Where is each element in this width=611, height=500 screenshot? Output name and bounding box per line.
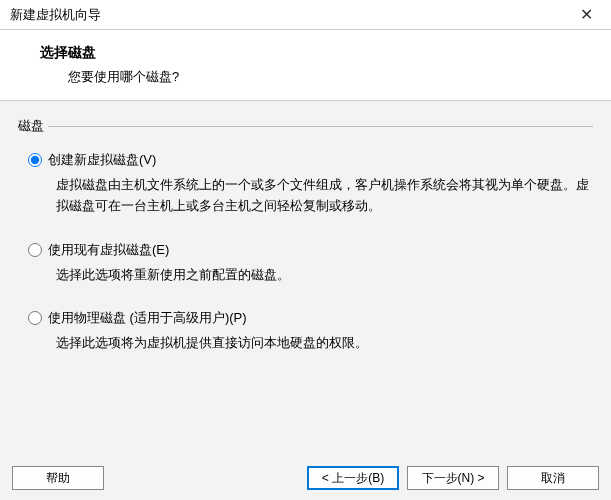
radio-existing[interactable]: [28, 243, 42, 257]
radio-label-create-new[interactable]: 创建新虚拟磁盘(V): [48, 151, 156, 169]
content-area: 磁盘 创建新虚拟磁盘(V) 虚拟磁盘由主机文件系统上的一个或多个文件组成，客户机…: [0, 101, 611, 471]
radio-physical[interactable]: [28, 311, 42, 325]
button-bar: 帮助 < 上一步(B) 下一步(N) > 取消: [0, 456, 611, 500]
disk-radio-group: 创建新虚拟磁盘(V) 虚拟磁盘由主机文件系统上的一个或多个文件组成，客户机操作系…: [18, 135, 593, 354]
radio-row[interactable]: 使用物理磁盘 (适用于高级用户)(P): [28, 309, 593, 327]
help-button[interactable]: 帮助: [12, 466, 104, 490]
window-title: 新建虚拟机向导: [10, 6, 101, 24]
page-title: 选择磁盘: [40, 44, 601, 62]
fieldset-divider: [18, 126, 593, 127]
radio-row[interactable]: 使用现有虚拟磁盘(E): [28, 241, 593, 259]
titlebar: 新建虚拟机向导 ✕: [0, 0, 611, 30]
radio-label-existing[interactable]: 使用现有虚拟磁盘(E): [48, 241, 169, 259]
wizard-header: 选择磁盘 您要使用哪个磁盘?: [0, 30, 611, 101]
radio-row[interactable]: 创建新虚拟磁盘(V): [28, 151, 593, 169]
radio-desc-physical: 选择此选项将为虚拟机提供直接访问本地硬盘的权限。: [28, 333, 593, 354]
cancel-button[interactable]: 取消: [507, 466, 599, 490]
page-subtitle: 您要使用哪个磁盘?: [40, 68, 601, 86]
fieldset-label: 磁盘: [18, 117, 48, 135]
radio-label-physical[interactable]: 使用物理磁盘 (适用于高级用户)(P): [48, 309, 247, 327]
next-button[interactable]: 下一步(N) >: [407, 466, 499, 490]
radio-option-physical: 使用物理磁盘 (适用于高级用户)(P) 选择此选项将为虚拟机提供直接访问本地硬盘…: [28, 309, 593, 354]
radio-create-new[interactable]: [28, 153, 42, 167]
close-icon[interactable]: ✕: [572, 3, 601, 26]
radio-desc-create-new: 虚拟磁盘由主机文件系统上的一个或多个文件组成，客户机操作系统会将其视为单个硬盘。…: [28, 175, 593, 217]
radio-option-create-new: 创建新虚拟磁盘(V) 虚拟磁盘由主机文件系统上的一个或多个文件组成，客户机操作系…: [28, 151, 593, 217]
radio-desc-existing: 选择此选项将重新使用之前配置的磁盘。: [28, 265, 593, 286]
radio-option-existing: 使用现有虚拟磁盘(E) 选择此选项将重新使用之前配置的磁盘。: [28, 241, 593, 286]
back-button[interactable]: < 上一步(B): [307, 466, 399, 490]
disk-fieldset: 磁盘 创建新虚拟磁盘(V) 虚拟磁盘由主机文件系统上的一个或多个文件组成，客户机…: [18, 117, 593, 354]
